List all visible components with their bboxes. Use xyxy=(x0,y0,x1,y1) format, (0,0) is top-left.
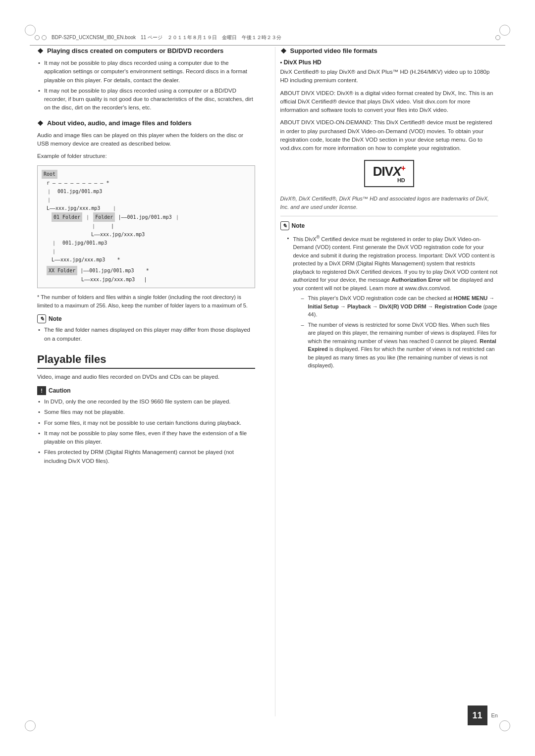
note-header-1: ✎ Note xyxy=(37,314,255,323)
caution-bullet-2: Some files may not be playable. xyxy=(37,408,255,416)
caution-bullet-list: In DVD, only the one recorded by the ISO… xyxy=(37,398,255,465)
diamond-icon-2: ❖ xyxy=(37,119,44,127)
note-box-right: ✎ Note This DivX® Certified device must … xyxy=(280,221,498,370)
diamond-icon-3: ❖ xyxy=(280,47,287,55)
note-icon-1: ✎ xyxy=(37,314,46,323)
section2-body: Audio and image files can be played on t… xyxy=(37,131,255,149)
right-sub-bullet-2: The number of views is restricted for so… xyxy=(301,321,498,370)
folder-line-4: L——xxx.jpg/xxx.mp3 ｜ xyxy=(47,204,251,212)
folder-section-xx: XX Folder |——001.jpg/001.mp3 * L——xxx.jp… xyxy=(47,266,251,284)
header-bar: BDP-S2FD_UCXCNSM_IB0_EN.book 11 ページ ２０１１… xyxy=(30,30,505,46)
note-header-right: ✎ Note xyxy=(280,221,498,230)
right-note-bullet-1: This DivX® Certified device must be regi… xyxy=(286,234,498,370)
caution-bullet-3: For some files, it may not be possible t… xyxy=(37,419,255,427)
header-dot-2 xyxy=(42,35,47,40)
divx-plus: + xyxy=(401,164,405,173)
right-column: ❖ Supported video file formats • DivX Pl… xyxy=(275,47,498,716)
caution-bullet-4: It may not be possible to play some file… xyxy=(37,429,255,447)
note-box-1: ✎ Note The file and folder names display… xyxy=(37,314,255,343)
section2-title: ❖ About video, audio, and image files an… xyxy=(37,119,255,127)
note-bullet-1: The file and folder names displayed on t… xyxy=(37,326,255,343)
folder-line-3: ｜ xyxy=(47,196,251,204)
folder-line-1: r — — — — — — — — — * xyxy=(47,179,251,187)
about-divx-video: ABOUT DIVX VIDEO: DivX® is a digital vid… xyxy=(280,89,498,115)
caution-bullet-1: In DVD, only the one recorded by the ISO… xyxy=(37,398,255,406)
header-dot-1 xyxy=(35,35,40,40)
diamond-icon-1: ❖ xyxy=(37,47,44,55)
about-divx-vod: ABOUT DIVX VIDEO-ON-DEMAND: This DivX Ce… xyxy=(280,118,498,152)
left-column: ❖ Playing discs created on computers or … xyxy=(37,47,260,716)
folder-diagram: Root r — — — — — — — — — * ｜ 001.jpg/001… xyxy=(37,165,255,288)
divx-logo-box: DIVX+ HD xyxy=(364,160,414,187)
section1-bullet-1: It may not be possible to play discs rec… xyxy=(37,59,255,85)
header-dots xyxy=(35,35,47,40)
section-supported-title: ❖ Supported video file formats xyxy=(280,47,498,55)
folder-example-label: Example of folder structure: xyxy=(37,152,255,160)
playable-files-title: Playable files xyxy=(37,353,255,369)
section-divider xyxy=(280,216,498,216)
header-text: BDP-S2FD_UCXCNSM_IB0_EN.book 11 ページ ２０１１… xyxy=(52,34,495,41)
right-note-list: This DivX® Certified device must be regi… xyxy=(286,234,498,370)
folder-line-2: ｜ 001.jpg/001.mp3 xyxy=(47,187,251,196)
header-dot-right xyxy=(495,35,500,40)
caution-box: ! Caution In DVD, only the one recorded … xyxy=(37,386,255,465)
right-sub-bullet-1: This player's DivX VOD registration code… xyxy=(301,294,498,319)
root-folder: Root xyxy=(42,170,57,179)
divx-logo-area: DIVX+ HD xyxy=(280,160,498,187)
section1-bullet-2: It may not be possible to play discs rec… xyxy=(37,87,255,112)
corner-decoration-bl xyxy=(25,720,36,731)
caution-icon: ! xyxy=(37,386,46,395)
section1-title: ❖ Playing discs created on computers or … xyxy=(37,47,255,55)
note-bullet-list-1: The file and folder names displayed on t… xyxy=(37,326,255,343)
section1-bullet-list: It may not be possible to play discs rec… xyxy=(37,59,255,112)
divx-certified-text: DivX Certified® to play DivX® and DivX P… xyxy=(280,68,498,85)
divx-x: X xyxy=(393,164,401,179)
divx-plus-hd-label: • DivX Plus HD xyxy=(280,59,498,66)
trademark-text: DivX®, DivX Certified®, DivX Plus™ HD an… xyxy=(280,195,498,211)
folder-section-01: 01 Folder ｜ Folder |——001.jpg/001.mp3 ｜ … xyxy=(52,212,251,264)
folder-footnote: * The number of folders and files within… xyxy=(37,293,255,309)
caution-bullet-5: Files protected by DRM (Digital Rights M… xyxy=(37,448,255,465)
right-sub-list: This player's DivX VOD registration code… xyxy=(301,294,498,370)
caution-header: ! Caution xyxy=(37,386,255,395)
content-area: ❖ Playing discs created on computers or … xyxy=(37,47,498,716)
note-icon-right: ✎ xyxy=(280,221,289,230)
playable-files-body: Video, image and audio files recorded on… xyxy=(37,373,255,381)
corner-decoration-br xyxy=(499,720,510,731)
